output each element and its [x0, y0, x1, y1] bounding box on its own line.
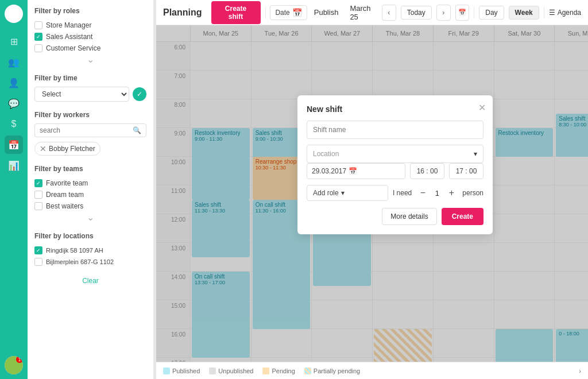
cell-wed-1500[interactable] — [312, 300, 373, 329]
cell-sat-1500[interactable] — [494, 300, 555, 329]
cell-sun-800[interactable]: Sales shift 8:30 - 10:00 — [555, 99, 588, 128]
cell-tue-1600[interactable] — [252, 329, 312, 358]
cell-thu-1300[interactable] — [373, 243, 434, 272]
agenda-button[interactable]: ☰ Agenda — [549, 9, 581, 17]
cell-sun-1500[interactable] — [555, 300, 588, 329]
shift-name-input[interactable] — [307, 121, 483, 139]
cell-fri-1600[interactable] — [434, 329, 494, 358]
nav-icon-chat[interactable]: 💬 — [5, 94, 23, 113]
modal-create-button[interactable]: Create — [442, 208, 483, 225]
filter-time-confirm-btn[interactable]: ✓ — [133, 87, 146, 101]
prev-week-button[interactable]: ‹ — [382, 5, 396, 21]
checkbox-bijlmerplein[interactable] — [34, 258, 42, 266]
remove-worker-icon[interactable]: ✕ — [40, 144, 47, 153]
today-button[interactable]: Today — [401, 6, 432, 20]
nav-icon-money[interactable]: $ — [5, 115, 23, 133]
nav-icon-chart[interactable]: 📊 — [5, 156, 23, 175]
cell-sat-1400[interactable] — [494, 272, 555, 300]
checkbox-favorite-team[interactable]: ✓ — [34, 179, 42, 187]
nav-icon-calendar[interactable]: 📅 — [5, 136, 23, 154]
cell-sun-1000[interactable] — [555, 157, 588, 185]
shift-sat-bottom[interactable] — [496, 329, 554, 362]
teams-collapse-btn[interactable]: ⌄ — [34, 212, 146, 223]
cell-sat-700[interactable] — [494, 71, 555, 99]
shift-thu-striped[interactable] — [374, 329, 432, 362]
cell-sat-900[interactable]: Restock inventory — [494, 128, 555, 157]
cell-sat-800[interactable] — [494, 99, 555, 128]
calendar-toggle-button[interactable]: 📅 — [455, 5, 470, 21]
shift-sun-sales-830[interactable]: Sales shift 8:30 - 10:00 — [556, 114, 588, 157]
create-shift-button[interactable]: Create shift — [211, 1, 261, 24]
cell-sun-1400[interactable] — [555, 272, 588, 300]
cell-sun-1200[interactable] — [555, 214, 588, 243]
qty-decrease-button[interactable]: − — [416, 187, 429, 199]
cell-thu-1600[interactable] — [373, 329, 434, 358]
cell-fri-1300[interactable] — [434, 243, 494, 272]
cell-fri-1400[interactable] — [434, 272, 494, 300]
cell-sun-700[interactable] — [555, 71, 588, 99]
checkbox-best-waiters[interactable] — [34, 202, 42, 210]
cell-fri-1700[interactable] — [434, 358, 494, 362]
date-input[interactable]: Date 📅 — [270, 5, 307, 20]
cell-mon-1700[interactable] — [191, 358, 252, 362]
shift-mon-sales[interactable]: Sales shift 11:30 - 13:30 — [192, 200, 250, 257]
week-view-button[interactable]: Week — [509, 6, 539, 20]
location-select[interactable]: Location ▾ — [307, 145, 483, 163]
cell-sat-1300[interactable] — [494, 243, 555, 272]
modal-close-button[interactable]: ✕ — [478, 102, 486, 113]
filter-workers-input[interactable] — [40, 126, 130, 134]
cell-wed-1600[interactable] — [312, 329, 373, 358]
checkbox-ringdijk[interactable]: ✓ — [34, 246, 42, 254]
cell-tue-600[interactable] — [252, 42, 312, 71]
cell-thu-1400[interactable] — [373, 272, 434, 300]
checkbox-sales-assistant[interactable]: ✓ — [34, 33, 42, 41]
cell-wed-1700[interactable] — [312, 358, 373, 362]
cell-sun-1600[interactable]: 0 - 18:00 — [555, 329, 588, 358]
time-end-input[interactable]: 17 : 00 — [449, 163, 483, 179]
filter-location-bijlmerplein[interactable]: Bijlmerplein 687-G 1102 — [34, 256, 146, 268]
nav-icon-person[interactable]: 👤 — [5, 74, 23, 92]
filter-location-ringdijk[interactable]: ✓ Ringdijk 58 1097 AH — [34, 245, 146, 256]
legend-scroll-right[interactable]: › — [579, 368, 581, 374]
avatar[interactable]: 1 — [5, 356, 23, 374]
filter-role-store-manager[interactable]: Store Manager — [34, 20, 146, 31]
filter-workers-search[interactable]: 🔍 — [34, 123, 146, 137]
cell-mon-700[interactable] — [191, 71, 252, 99]
filter-role-customer-service[interactable]: Customer Service — [34, 42, 146, 54]
shift-sat-restock[interactable]: Restock inventory — [496, 128, 554, 157]
cell-sat-1200[interactable] — [494, 214, 555, 243]
cell-tue-1700[interactable] — [252, 358, 312, 362]
cell-wed-600[interactable] — [312, 42, 373, 71]
shift-mon-restock[interactable]: Restock inventory 9:00 - 11:30 — [192, 128, 250, 200]
clear-filters-btn[interactable]: Clear — [34, 277, 146, 285]
filter-team-best-waiters[interactable]: Best waiters — [34, 200, 146, 212]
cell-mon-1400[interactable]: On call shift 13:30 - 17:00 — [191, 272, 252, 300]
day-view-button[interactable]: Day — [479, 6, 504, 20]
shift-sun-bottom[interactable]: 0 - 18:00 — [556, 329, 588, 362]
nav-icon-home[interactable]: ⊞ — [5, 32, 23, 51]
cell-mon-600[interactable] — [191, 42, 252, 71]
cell-fri-600[interactable] — [434, 42, 494, 71]
worker-tag-bobby[interactable]: ✕ Bobby Fletcher — [34, 142, 100, 156]
time-start-input[interactable]: 16 : 00 — [410, 163, 444, 179]
cell-mon-900[interactable]: Restock inventory 9:00 - 11:30 — [191, 128, 252, 157]
cell-mon-800[interactable] — [191, 99, 252, 128]
checkbox-store-manager[interactable] — [34, 21, 42, 29]
cell-thu-600[interactable] — [373, 42, 434, 71]
date-picker[interactable]: 29.03.2017 📅 — [307, 163, 405, 179]
cell-sat-1600[interactable] — [494, 329, 555, 358]
checkbox-dream-team[interactable] — [34, 191, 42, 199]
cell-sat-1100[interactable] — [494, 185, 555, 214]
add-role-select[interactable]: Add role ▾ — [307, 185, 388, 201]
shift-mon-oncall[interactable]: On call shift 13:30 - 17:00 — [192, 272, 250, 358]
checkbox-customer-service[interactable] — [34, 44, 42, 52]
cell-sun-1100[interactable] — [555, 185, 588, 214]
cell-fri-1500[interactable] — [434, 300, 494, 329]
cell-sat-1000[interactable] — [494, 157, 555, 185]
filter-time-select[interactable]: Select Morning Afternoon Evening Night — [34, 87, 129, 102]
filter-team-dream[interactable]: Dream team — [34, 189, 146, 200]
cell-sun-600[interactable] — [555, 42, 588, 71]
more-details-button[interactable]: More details — [382, 208, 436, 225]
qty-increase-button[interactable]: + — [445, 187, 458, 199]
cell-sun-1300[interactable] — [555, 243, 588, 272]
